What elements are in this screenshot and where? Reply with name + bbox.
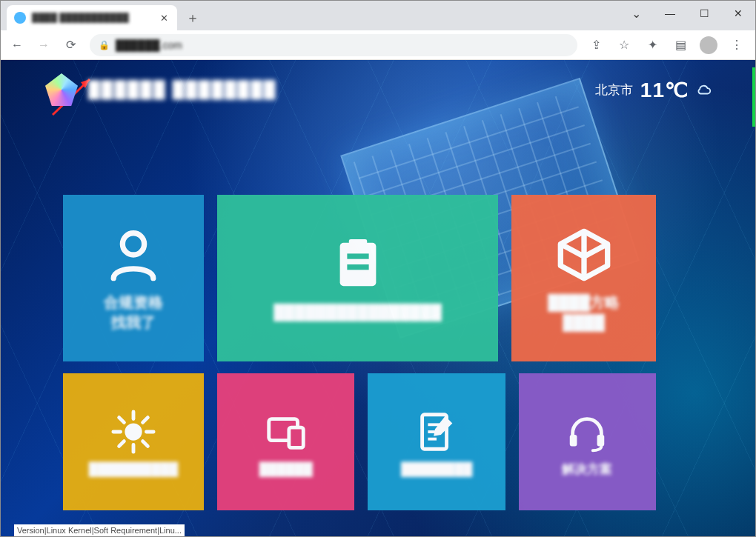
tile-label: ██████████ [89, 461, 178, 478]
svg-line-15 [119, 441, 125, 447]
forward-button[interactable]: → [32, 33, 56, 57]
address-bar[interactable]: 🔒 ██████.com [90, 34, 577, 56]
note-icon [414, 408, 460, 456]
weather-temp: 11℃ [640, 78, 689, 102]
tile-solutions[interactable]: 解决方案 [519, 373, 656, 510]
reading-list-icon[interactable]: ▤ [669, 34, 692, 56]
new-tab-button[interactable]: ＋ [182, 7, 204, 29]
tile-row-2: ██████████ ██████ ████████ [63, 373, 656, 510]
cloud-icon [696, 81, 712, 98]
lock-icon: 🔒 [99, 40, 110, 50]
device-icon [263, 408, 309, 456]
svg-line-13 [143, 441, 148, 447]
tile-center[interactable]: ████████████████ [217, 195, 498, 361]
site-header: ██████ ████████ 北京市 11℃ [1, 60, 755, 119]
tile-label: ████████ [401, 461, 472, 478]
person-icon [105, 227, 162, 282]
svg-rect-22 [570, 435, 577, 447]
svg-point-2 [122, 233, 144, 254]
tile-qualification[interactable]: 合规资格 找我了 [63, 195, 204, 361]
chevron-down-icon[interactable]: ⌄ [619, 2, 653, 24]
url-text: ██████.com [116, 39, 182, 51]
back-button[interactable]: ← [5, 33, 29, 57]
tile-label: ██████ [259, 461, 313, 478]
svg-rect-17 [289, 427, 303, 447]
weather-city: 北京市 [595, 81, 633, 99]
close-icon[interactable]: ✕ [159, 13, 170, 24]
tile-label: 解决方案 [562, 461, 612, 478]
svg-rect-6 [348, 239, 366, 248]
tile-label: ████方略 ████ [548, 293, 620, 333]
spark-icon [110, 408, 156, 456]
window-controls: ⌄ — ☐ ✕ [619, 1, 755, 26]
toolbar: ← → ⟳ 🔒 ██████.com ⇪ ☆ ✦ ▤ ⋮ [1, 30, 755, 60]
share-icon[interactable]: ⇪ [585, 34, 607, 56]
reload-button[interactable]: ⟳ [59, 33, 82, 57]
tile-teal[interactable]: ████████ [368, 373, 505, 510]
svg-rect-5 [347, 264, 368, 270]
tile-grid: 合规资格 找我了 ████████████████ ████方略 ████ [63, 195, 656, 510]
avatar-icon [700, 36, 717, 54]
svg-rect-4 [347, 253, 368, 259]
svg-line-14 [143, 418, 148, 423]
minimize-button[interactable]: — [653, 2, 687, 24]
headset-icon [564, 408, 610, 456]
menu-button[interactable]: ⋮ [726, 34, 748, 56]
profile-button[interactable] [697, 34, 720, 56]
logo-icon[interactable] [45, 73, 78, 106]
tile-label: ████████████████ [273, 302, 442, 322]
svg-rect-23 [597, 435, 605, 447]
card-icon [329, 237, 387, 292]
bookmark-icon[interactable]: ☆ [613, 34, 635, 56]
browser-window: ████ ███████████ ✕ ＋ ⌄ — ☐ ✕ ← → ⟳ 🔒 ███… [0, 0, 756, 537]
svg-line-12 [119, 418, 125, 423]
tile-row-1: 合规资格 找我了 ████████████████ ████方略 ████ [63, 195, 656, 361]
cube-icon [555, 227, 613, 282]
weather-widget[interactable]: 北京市 11℃ [595, 78, 712, 102]
favicon-icon [14, 12, 26, 24]
page-viewport: ██████ ████████ 北京市 11℃ 合规资格 找我了 [1, 60, 755, 536]
tab-strip: ████ ███████████ ✕ ＋ ⌄ — ☐ ✕ [1, 1, 755, 30]
extensions-icon[interactable]: ✦ [641, 34, 663, 56]
tile-label: 合规资格 找我了 [104, 293, 163, 333]
maximize-button[interactable]: ☐ [687, 2, 721, 24]
tile-pink[interactable]: ██████ [217, 373, 354, 510]
status-bar: Version|Linux Kernel|Soft Requirement|Li… [14, 524, 185, 536]
svg-point-7 [125, 423, 142, 440]
tile-yellow[interactable]: ██████████ [63, 373, 204, 510]
tile-strategy[interactable]: ████方略 ████ [511, 195, 656, 361]
tab-title: ████ ███████████ [32, 13, 153, 23]
close-window-button[interactable]: ✕ [721, 2, 755, 24]
site-title: ██████ ████████ [88, 80, 276, 99]
tab-active[interactable]: ████ ███████████ ✕ [7, 5, 177, 30]
